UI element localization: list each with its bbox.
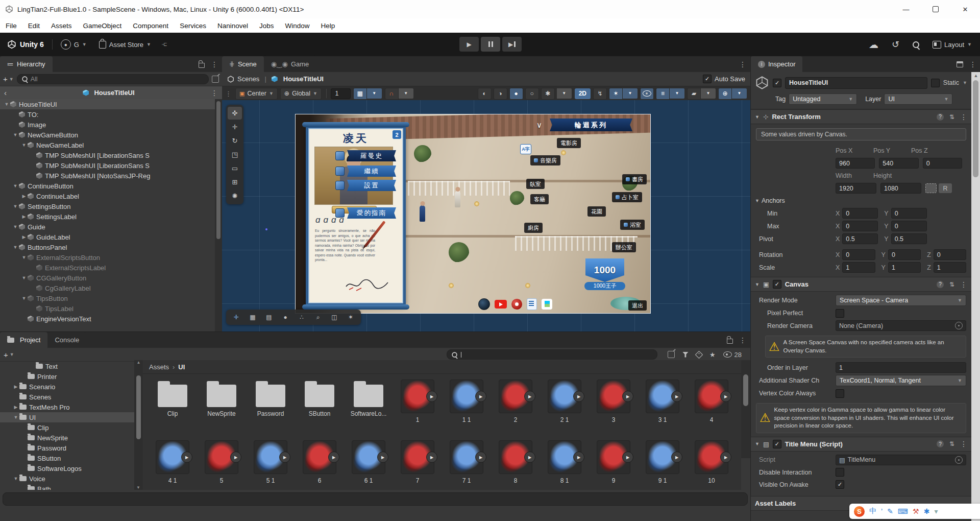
foldout-icon[interactable]: ▼ <box>12 224 19 229</box>
pen-icon[interactable]: ✎ <box>887 507 893 515</box>
hierarchy-item-tmp-submeshui-liberationsans-s[interactable]: TMP SubMeshUI [LiberationSans S <box>0 160 215 171</box>
view-tool[interactable]: ✜ <box>228 107 242 120</box>
height-field[interactable]: 1080 <box>880 183 921 194</box>
project-folder-clip[interactable]: Clip <box>0 422 134 433</box>
menu-window[interactable]: Window <box>279 22 315 30</box>
effects-icon[interactable]: ✶ <box>343 311 358 323</box>
shaded-icon[interactable]: ◐ <box>478 88 492 100</box>
visibility-icon[interactable] <box>640 88 654 100</box>
foldout-icon[interactable]: ▶ <box>20 214 28 219</box>
punctuation-icon[interactable]: ’ <box>881 507 883 515</box>
expand-subassets-icon[interactable]: ▶ <box>475 391 486 402</box>
hierarchy-item-settingslabel[interactable]: ▶SettingsLabel <box>0 211 215 222</box>
foldout-icon[interactable]: ▼ <box>12 415 19 420</box>
shader-channels-dropdown[interactable]: TexCoord1, Normal, Tangent▼ <box>836 375 966 386</box>
display-icon[interactable]: ▦ <box>245 311 260 323</box>
help-icon[interactable]: ? <box>937 440 944 447</box>
expand-subassets-icon[interactable]: ▶ <box>573 391 584 402</box>
pause-button[interactable] <box>481 37 500 52</box>
component-enabled-checkbox[interactable] <box>773 440 781 448</box>
gameobject-name-field[interactable]: HouseTitleUI <box>785 77 927 89</box>
foldout-icon[interactable]: ▼ <box>12 183 19 188</box>
object-picker-icon[interactable] <box>955 456 963 464</box>
expand-subassets-icon[interactable]: ▶ <box>377 452 388 463</box>
project-folder-scenario[interactable]: ▶Scenario <box>0 382 134 392</box>
expand-subassets-icon[interactable]: ▶ <box>279 452 290 463</box>
expand-subassets-icon[interactable]: ▶ <box>720 391 731 402</box>
asset-6[interactable]: ▶6 <box>295 437 344 498</box>
history-icon[interactable]: ↺ <box>892 39 899 50</box>
transform-tool[interactable]: ⊞ <box>228 176 242 188</box>
asset-8-1[interactable]: ▶8 1 <box>540 437 589 498</box>
hierarchy-item-cggallerybutton[interactable]: ▼CGGalleryButton <box>0 273 215 283</box>
audio-icon[interactable]: ● <box>509 88 523 100</box>
dock-icon[interactable] <box>957 61 963 67</box>
mute-audio-icon[interactable]: ↯ <box>593 88 607 100</box>
hierarchy-item-externalscriptsbutton[interactable]: ▼ExternalScriptsButton <box>0 252 215 263</box>
kebab-menu-icon[interactable]: ⋮ <box>969 60 976 68</box>
expand-subassets-icon[interactable]: ▶ <box>181 452 192 463</box>
badge-icon[interactable] <box>511 299 522 310</box>
menu-help[interactable]: Help <box>315 22 340 30</box>
width-field[interactable]: 1920 <box>836 183 876 194</box>
minimize-button[interactable]: — <box>891 0 921 18</box>
rotate-tool[interactable]: ↻ <box>228 134 242 147</box>
kebab-menu-icon[interactable]: ⋮ <box>211 60 218 68</box>
room-label-廚房[interactable]: 廚房 <box>524 223 543 233</box>
project-search-input[interactable] <box>447 349 657 360</box>
google-play-icon[interactable] <box>542 299 552 310</box>
project-folder-password[interactable]: Password <box>0 443 134 453</box>
hidden-count[interactable]: 28 <box>723 351 742 359</box>
anchor-min-y-field[interactable]: 0 <box>891 208 927 219</box>
asset-store-menu[interactable]: Asset Store▼ <box>99 41 151 49</box>
pixel-perfect-checkbox[interactable] <box>836 309 844 318</box>
foldout-icon[interactable]: ▼ <box>755 198 760 203</box>
grid-visibility-icon[interactable]: ▦ <box>353 88 367 100</box>
menu-button-繼續[interactable]: 繼續 <box>335 165 396 177</box>
rect-tool[interactable]: ▭ <box>228 162 242 175</box>
pos-z-field[interactable]: 0 <box>923 158 962 169</box>
layers-dropdown[interactable]: ▼ <box>670 88 685 99</box>
crumb-object[interactable]: HouseTitleUI <box>283 75 324 83</box>
hierarchy-item-tmp-submeshui-liberationsans-s[interactable]: TMP SubMeshUI [LiberationSans S <box>0 150 215 160</box>
document-icon[interactable] <box>527 298 537 310</box>
expand-subassets-icon[interactable]: ▶ <box>475 452 486 463</box>
asset-6-1[interactable]: ▶6 1 <box>344 437 393 498</box>
kebab-menu-icon[interactable]: ⋮ <box>211 89 218 97</box>
tab-hierarchy[interactable]: ≔ Hierarchy <box>0 56 53 72</box>
more-icon[interactable]: ▾ <box>934 507 938 515</box>
asset-grid-scrollbar[interactable] <box>741 360 750 458</box>
hierarchy-item-image[interactable]: Image <box>0 120 215 130</box>
inspector-scrollbar[interactable]: ▲ <box>971 72 980 521</box>
cloud-icon[interactable]: ☁ <box>869 39 878 51</box>
foldout-icon[interactable]: ▼ <box>12 132 19 137</box>
grid-size-field[interactable]: 1 <box>331 88 350 99</box>
pos-x-field[interactable]: 960 <box>836 158 875 169</box>
scale-z-field[interactable]: 1 <box>934 262 966 273</box>
foldout-icon[interactable]: ▼ <box>12 204 19 209</box>
project-folder-scenes[interactable]: Scenes <box>0 392 134 402</box>
effects-dropdown-dropdown[interactable]: ▼ <box>623 88 638 99</box>
tool-handle-rotation-dropdown[interactable]: ⊕ Global▼ <box>280 88 322 100</box>
maximize-button[interactable] <box>921 0 950 18</box>
component-enabled-checkbox[interactable] <box>773 280 781 289</box>
hierarchy-item-continuebutton[interactable]: ▼ContinueButton <box>0 181 215 191</box>
room-label-占卜室[interactable]: 占卜室 <box>612 192 642 202</box>
asset-2-1[interactable]: ▶2 1 <box>540 376 589 437</box>
room-label-客廳[interactable]: 客廳 <box>530 194 549 204</box>
script-field[interactable]: ▤TitleMenu <box>836 455 966 465</box>
static-checkbox[interactable] <box>931 79 940 87</box>
project-folder-textmesh-pro[interactable]: ▶TextMesh Pro <box>0 402 134 412</box>
scroll-up-icon[interactable]: ▲ <box>971 73 980 78</box>
hierarchy-search-input[interactable]: All <box>17 74 209 84</box>
keyboard-icon[interactable]: ⌨ <box>898 507 908 515</box>
debug-icon[interactable]: ✱ <box>541 88 555 100</box>
foldout-icon[interactable]: ▶ <box>20 194 28 199</box>
kebab-menu-icon[interactable]: ⋮ <box>960 113 967 121</box>
hierarchy-item-externalscriptslabel[interactable]: ExternalScriptsLabel <box>0 263 215 273</box>
project-folder-newsprite[interactable]: NewSprite <box>0 433 134 443</box>
menu-file[interactable]: File <box>0 22 22 30</box>
project-tree-scrollbar[interactable]: ▲▼ <box>134 360 143 490</box>
scale-x-field[interactable]: 1 <box>842 262 875 273</box>
menu-button-設置[interactable]: 設置 <box>335 180 396 191</box>
